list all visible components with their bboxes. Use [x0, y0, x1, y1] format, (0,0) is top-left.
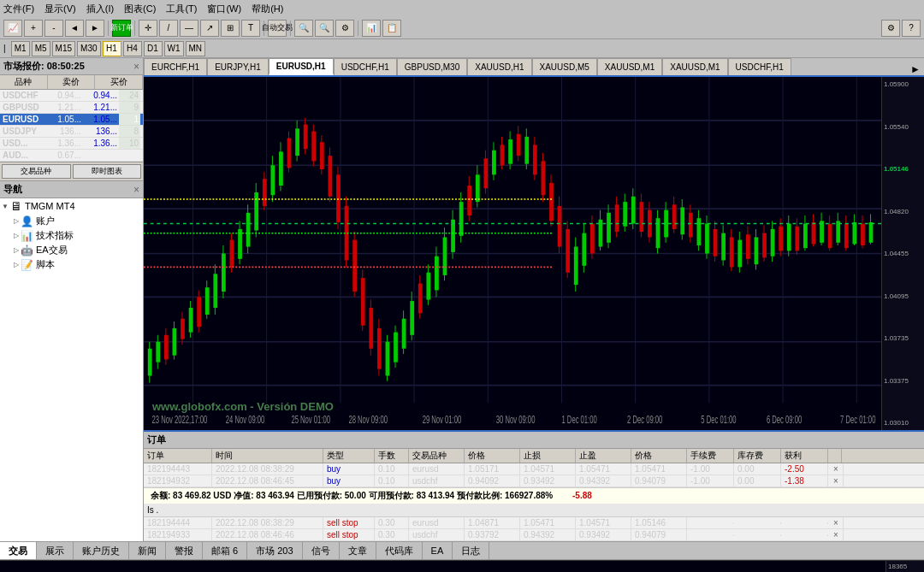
- chart-tab-xauusd-m1b[interactable]: XAUUSD,M1: [662, 58, 727, 75]
- tf-h1[interactable]: H1: [103, 41, 121, 56]
- nav-ea[interactable]: ▷ 🤖 EA交易: [0, 243, 143, 257]
- menu-file[interactable]: 文件(F): [3, 3, 34, 15]
- text-btn[interactable]: T: [241, 20, 260, 37]
- order-row-2[interactable]: 182194932 2022.12.08 08:46:45 buy 0.10 u…: [144, 475, 924, 487]
- svg-text:6 Dec 09:00: 6 Dec 09:00: [767, 414, 802, 425]
- pending-row-2[interactable]: 182194933 2022.12.08 08:46:46 sell stop …: [144, 529, 924, 541]
- trend-btn[interactable]: ↗: [200, 20, 219, 37]
- chart-tab-xauusd-m5[interactable]: XAUUSD,M5: [532, 58, 597, 75]
- order-row-1[interactable]: 182194443 2022.12.08 08:38:29 buy 0.10 e…: [144, 463, 924, 475]
- nav-indicators[interactable]: ▷ 📊 技术指标: [0, 228, 143, 243]
- chart-tab-eurusd[interactable]: EURUSD,H1: [269, 58, 334, 75]
- menu-view[interactable]: 显示(V): [44, 3, 76, 15]
- mw-bid-1: 1.21...: [47, 102, 83, 113]
- menu-help[interactable]: 帮助(H): [252, 3, 283, 15]
- crosshair-btn[interactable]: ✛: [139, 20, 157, 37]
- chart-tab-eurjpy[interactable]: EURJPY,H1: [207, 58, 269, 75]
- chart-tab-xauusd-h1[interactable]: XAUUSD,H1: [467, 58, 531, 75]
- mw-row-usdchf[interactable]: USDCHF 0.94... 0.94... 24: [0, 90, 143, 102]
- ea-icon: 🤖: [21, 245, 33, 257]
- tab-journal[interactable]: 日志: [453, 542, 489, 559]
- zoom-in-btn[interactable]: +: [24, 20, 43, 37]
- pending-fee-1: [687, 522, 734, 524]
- tab-alerts[interactable]: 警报: [166, 542, 203, 559]
- total-profit: -5.88: [572, 491, 592, 500]
- nav-broker[interactable]: ▼ 🖥 TMGM MT4: [0, 198, 143, 214]
- chart-tab-xauusd-m1a[interactable]: XAUUSD,M1: [597, 58, 662, 75]
- line-tool-btn[interactable]: /: [159, 20, 178, 37]
- mw-row-usd[interactable]: USD... 1.36... 1.36... 10: [0, 138, 143, 150]
- fib-btn[interactable]: ⊞: [221, 20, 240, 37]
- mw-close[interactable]: ×: [133, 61, 139, 73]
- menu-insert[interactable]: 插入(I): [86, 3, 114, 15]
- nav-close[interactable]: ×: [133, 184, 139, 196]
- prop-btn[interactable]: ⚙: [335, 20, 354, 37]
- menu-tools[interactable]: 工具(T): [166, 3, 197, 15]
- tf-m1[interactable]: M1: [11, 41, 30, 56]
- auto-trading-btn[interactable]: 自动交易: [268, 20, 287, 37]
- chart-tab-eurchf[interactable]: EURCHF,H1: [144, 58, 207, 75]
- order-close-1[interactable]: ×: [830, 463, 844, 475]
- mw-row-usdjpy[interactable]: USDJPY 136... 136... 8: [0, 126, 143, 138]
- pending-close-2[interactable]: ×: [830, 529, 844, 540]
- new-order-btn[interactable]: 新订单: [112, 20, 131, 37]
- zoom-btn-1[interactable]: 🔍: [294, 20, 313, 37]
- mw-rows: USDCHF 0.94... 0.94... 24 GBPUSD 1.21...…: [0, 90, 143, 162]
- tf-h4[interactable]: H4: [123, 41, 142, 56]
- tab-signals[interactable]: 信号: [303, 542, 340, 559]
- svg-rect-108: [517, 134, 521, 156]
- tf-m15[interactable]: M15: [52, 41, 75, 56]
- new-chart-btn[interactable]: 📈: [3, 20, 22, 37]
- order-fee-2: -1.00: [687, 475, 734, 486]
- mw-row-aud[interactable]: AUD... 0.67...: [0, 150, 143, 162]
- nav-accounts[interactable]: ▷ 👤 账户: [0, 214, 143, 228]
- tf-mn[interactable]: MN: [186, 41, 206, 56]
- chart-tabs-scroll-right[interactable]: ►: [907, 63, 924, 75]
- mw-bid-2: 1.05...: [47, 114, 83, 125]
- broker-expand-icon: ▼: [2, 203, 9, 210]
- tab-ea[interactable]: EA: [423, 542, 453, 559]
- pending-row-1[interactable]: 182194444 2022.12.08 08:38:29 sell stop …: [144, 517, 924, 529]
- chart-tab-usdchf[interactable]: USDCHF,H1: [334, 58, 397, 75]
- pending-close-1[interactable]: ×: [830, 517, 844, 528]
- nav-scripts[interactable]: ▷ 📝 脚本: [0, 257, 143, 272]
- hline-btn[interactable]: —: [180, 20, 198, 37]
- help-btn[interactable]: ?: [902, 20, 921, 37]
- scroll-left-btn[interactable]: ◄: [65, 20, 84, 37]
- zoom-out-btn[interactable]: -: [44, 20, 63, 37]
- tf-m30[interactable]: M30: [77, 41, 100, 56]
- chart-area[interactable]: EURUSD,H1 1.05257 1.05257 1.05124 1.0514…: [144, 77, 924, 430]
- equity-svg: 0 19 38 57 76 95 107 125 143 160 178 196…: [0, 561, 886, 572]
- mw-row-gbpusd[interactable]: GBPUSD 1.21... 1.21... 9: [0, 102, 143, 114]
- menu-window[interactable]: 窗口(W): [207, 3, 241, 15]
- tf-w1[interactable]: W1: [164, 41, 184, 56]
- indicator-btn[interactable]: 📊: [362, 20, 381, 37]
- tf-d1[interactable]: D1: [144, 41, 163, 56]
- tab-display[interactable]: 展示: [37, 542, 74, 559]
- order-time-1: 2022.12.08 08:38:29: [212, 463, 323, 475]
- tab-mailbox[interactable]: 邮箱 6: [203, 542, 247, 559]
- tab-market[interactable]: 市场 203: [247, 542, 302, 559]
- tab-trading[interactable]: 交易: [0, 542, 37, 559]
- menu-chart[interactable]: 图表(C): [124, 3, 156, 15]
- chart-tab-gbpusd[interactable]: GBPUSD,M30: [397, 58, 467, 75]
- svg-rect-28: [189, 308, 193, 333]
- chart-tab-usdchf-h1[interactable]: USDCHF,H1: [728, 58, 791, 75]
- btn-instant-chart[interactable]: 即时图表: [73, 164, 142, 179]
- zoom-btn-2[interactable]: 🔍: [315, 20, 334, 37]
- btn-instruments[interactable]: 交易品种: [2, 164, 71, 179]
- tab-articles[interactable]: 文章: [340, 542, 376, 559]
- tab-account-history[interactable]: 账户历史: [74, 542, 129, 559]
- svg-text:29 Nov 01:00: 29 Nov 01:00: [423, 414, 462, 425]
- order-price-2: 0.94092: [465, 475, 520, 486]
- tpl-btn[interactable]: 📋: [382, 20, 401, 37]
- tab-news[interactable]: 新闻: [129, 542, 166, 559]
- order-close-2[interactable]: ×: [830, 475, 844, 486]
- scroll-right-btn[interactable]: ►: [86, 20, 104, 37]
- options-btn[interactable]: ⚙: [881, 20, 900, 37]
- mw-bid-4: 1.36...: [47, 138, 83, 149]
- mw-row-eurusd[interactable]: EURUSD 1.05... 1.05... 1: [0, 114, 143, 126]
- tf-m5[interactable]: M5: [32, 41, 50, 56]
- tab-codebase[interactable]: 代码库: [376, 542, 423, 559]
- pending-profit-2: [781, 534, 828, 536]
